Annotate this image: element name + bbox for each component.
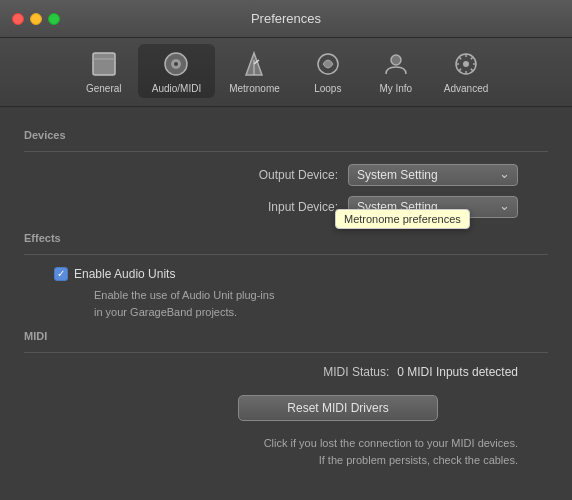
tab-advanced-label: Advanced xyxy=(444,83,488,94)
midi-divider xyxy=(24,352,548,353)
content-area: Devices Output Device: System Setting In… xyxy=(0,107,572,500)
midi-hint: Click if you lost the connection to your… xyxy=(24,435,518,468)
devices-divider xyxy=(24,151,548,152)
midi-status-label: MIDI Status: xyxy=(323,365,389,379)
midi-status-value: 0 MIDI Inputs detected xyxy=(397,365,518,379)
tab-metronome[interactable]: Metronome xyxy=(215,44,294,98)
metronome-tooltip: Metronome preferences xyxy=(335,209,470,229)
output-device-select[interactable]: System Setting xyxy=(348,164,518,186)
tab-loops[interactable]: Loops xyxy=(294,44,362,98)
tab-general-label: General xyxy=(86,83,122,94)
tab-loops-label: Loops xyxy=(314,83,341,94)
output-device-row: Output Device: System Setting xyxy=(24,164,548,186)
tab-audio-midi-label: Audio/MIDI xyxy=(152,83,201,94)
enable-audio-units-checkbox-wrapper[interactable]: ✓ Enable Audio Units xyxy=(54,267,175,281)
midi-hint-line1: Click if you lost the connection to your… xyxy=(264,437,518,449)
effects-divider xyxy=(24,254,548,255)
midi-hint-line2: If the problem persists, check the cable… xyxy=(319,454,518,466)
tab-audio-midi[interactable]: Audio/MIDI xyxy=(138,44,215,98)
svg-line-16 xyxy=(459,57,461,59)
enable-audio-units-checkbox[interactable]: ✓ xyxy=(54,267,68,281)
effects-section-title: Effects xyxy=(24,232,548,244)
maximize-button[interactable] xyxy=(48,13,60,25)
audio-units-hint-line2: in your GarageBand projects. xyxy=(94,306,237,318)
enable-audio-units-label: Enable Audio Units xyxy=(74,267,175,281)
tab-metronome-label: Metronome xyxy=(229,83,280,94)
effects-section: Effects ✓ Enable Audio Units Enable the … xyxy=(24,232,548,320)
tab-my-info[interactable]: My Info xyxy=(362,44,430,98)
devices-section: Devices Output Device: System Setting In… xyxy=(24,129,548,218)
traffic-lights xyxy=(12,13,60,25)
enable-audio-units-row: ✓ Enable Audio Units xyxy=(54,267,548,281)
close-button[interactable] xyxy=(12,13,24,25)
checkmark-icon: ✓ xyxy=(57,269,65,279)
svg-point-9 xyxy=(391,55,401,65)
midi-section: MIDI MIDI Status: 0 MIDI Inputs detected… xyxy=(24,330,548,468)
metronome-icon xyxy=(238,48,270,80)
general-icon xyxy=(88,48,120,80)
advanced-icon xyxy=(450,48,482,80)
loops-icon xyxy=(312,48,344,80)
audio-midi-icon xyxy=(160,48,192,80)
audio-units-hint: Enable the use of Audio Unit plug-ins in… xyxy=(94,287,548,320)
output-device-label: Output Device: xyxy=(228,168,338,182)
tab-general[interactable]: General xyxy=(70,44,138,98)
tab-advanced[interactable]: Advanced xyxy=(430,44,502,98)
toolbar: General Audio/MIDI Metronome xyxy=(0,38,572,107)
output-device-select-wrapper: System Setting xyxy=(348,164,518,186)
svg-point-11 xyxy=(463,61,469,67)
svg-line-19 xyxy=(459,69,461,71)
svg-rect-0 xyxy=(93,53,115,75)
svg-line-18 xyxy=(471,57,473,59)
tab-my-info-label: My Info xyxy=(379,83,412,94)
svg-line-17 xyxy=(471,69,473,71)
devices-section-title: Devices xyxy=(24,129,548,141)
input-device-label: Input Device: xyxy=(228,200,338,214)
midi-status-row: MIDI Status: 0 MIDI Inputs detected xyxy=(24,365,548,379)
window-title: Preferences xyxy=(251,11,321,26)
titlebar: Preferences xyxy=(0,0,572,38)
reset-midi-drivers-button[interactable]: Reset MIDI Drivers xyxy=(238,395,438,421)
svg-point-4 xyxy=(174,62,178,66)
midi-section-title: MIDI xyxy=(24,330,548,342)
audio-units-hint-line1: Enable the use of Audio Unit plug-ins xyxy=(94,289,274,301)
my-info-icon xyxy=(380,48,412,80)
minimize-button[interactable] xyxy=(30,13,42,25)
